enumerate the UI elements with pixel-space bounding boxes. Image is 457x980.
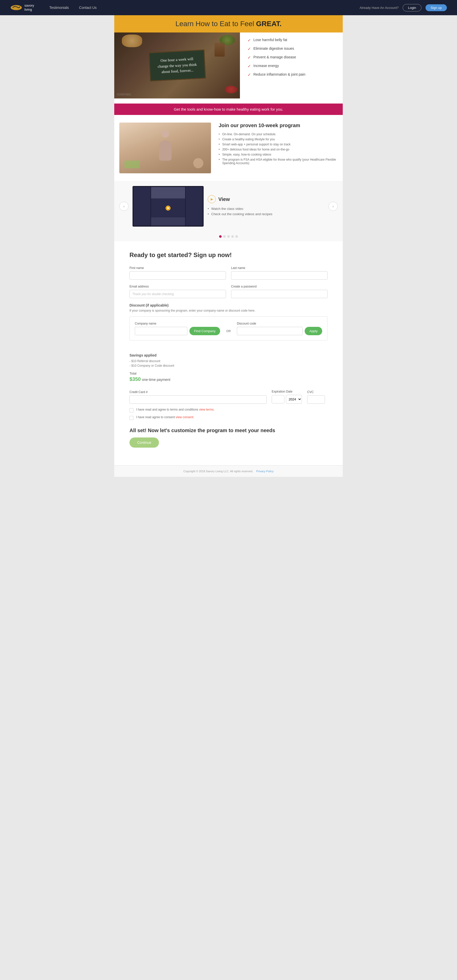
last-name-label: Last name (231, 266, 328, 270)
dot-3[interactable] (227, 235, 230, 238)
dot-4[interactable] (231, 235, 234, 238)
list-item: 200+ delicious food ideas for home and o… (218, 148, 338, 151)
terms-checkbox[interactable] (129, 408, 134, 412)
discount-code-group: Discount code Apply (237, 322, 322, 335)
view-item: Watch the class video (208, 207, 325, 211)
view-label: ▶ View (208, 195, 325, 203)
nav-contact-us[interactable]: Contact Us (79, 6, 97, 10)
first-name-group: First name (129, 266, 226, 280)
carousel-section: ‹ (114, 181, 343, 232)
login-button[interactable]: Login (403, 4, 422, 11)
discount-desc: If your company is sponsoring the progra… (129, 309, 328, 312)
consent-link[interactable]: view consent. (176, 415, 194, 419)
list-item: Smart web-app + personal support to stay… (218, 143, 338, 146)
privacy-policy-link[interactable]: Privacy Policy (256, 470, 274, 473)
list-item: Simple, easy, how-to cooking videos (218, 153, 338, 156)
program-image (119, 123, 211, 173)
credit-card-input[interactable] (129, 395, 267, 404)
program-section: Join our proven 10-week program On-line.… (114, 115, 343, 181)
navbar-links: Testimonials Contact Us (49, 6, 360, 10)
name-row: First name Last name (129, 266, 328, 280)
consent-row: I have read agree to consent view consen… (129, 415, 328, 420)
svg-point-0 (11, 5, 22, 10)
already-account-text: Already Have An Account? (360, 6, 399, 10)
discount-title: Discount (if applicable) (129, 303, 328, 307)
company-name-input[interactable] (135, 327, 187, 335)
total-suffix: one-time payment (142, 378, 170, 382)
discount-box: Company name Find Company OR Discount co… (129, 317, 328, 340)
password-input[interactable] (231, 290, 328, 298)
savings-title: Savings applied (129, 353, 328, 357)
hero-section: One hour a week will change the way you … (114, 32, 343, 103)
navbar-right: Already Have An Account? Login Sign up (360, 4, 447, 11)
feature-1: ✓ Lose harmful belly fat (248, 38, 335, 43)
carousel-content: ▶ View Watch the class video Check out t… (208, 195, 325, 218)
check-icon-5: ✓ (248, 72, 251, 77)
consent-text: I have read agree to consent view consen… (136, 415, 194, 419)
terms-link[interactable]: view terms. (199, 408, 215, 411)
feature-2: ✓ Eliminate digestive issues (248, 46, 335, 51)
hero-banner: Learn How to Eat to Feel GREAT. (114, 15, 343, 32)
carousel-dots (114, 232, 343, 241)
total-price-row: $350 one-time payment (129, 376, 328, 382)
expiration-group: Expiration Date 2024 2025 2026 (272, 390, 302, 404)
check-icon-1: ✓ (248, 38, 251, 43)
terms-row: I have read and agree to terms and condi… (129, 408, 328, 412)
list-item: Create a healthy eating lifestyle for yo… (218, 138, 338, 141)
password-label: Create a password (231, 285, 328, 288)
view-list: Watch the class video Check out the cook… (208, 207, 325, 216)
or-label: OR (224, 324, 233, 333)
cvc-group: CVC (307, 390, 328, 404)
savings-section: Savings applied - $10 Referral discount … (129, 348, 328, 382)
dot-2[interactable] (223, 235, 226, 238)
email-row: Email address Create a password (129, 285, 328, 298)
cvc-input[interactable] (307, 395, 325, 404)
footer: Copyright © 2018 Savory Living LLC. All … (114, 465, 343, 477)
logo: savory living (10, 3, 34, 12)
list-item: The program is FSA and HSA eligible for … (218, 158, 338, 165)
discount-code-label: Discount code (237, 322, 322, 325)
check-icon-2: ✓ (248, 46, 251, 51)
hero-features: ✓ Lose harmful belly fat ✓ Eliminate dig… (240, 32, 343, 103)
first-name-input[interactable] (129, 271, 226, 280)
credit-card-label: Credit Card # (129, 390, 267, 394)
savings-item-1: - $10 Referral discount (129, 359, 328, 363)
feature-3: ✓ Prevent & manage disease (248, 55, 335, 60)
savings-item-2: - $10 Company or Code discount (129, 364, 328, 368)
dot-1[interactable] (219, 235, 221, 238)
customize-section: All set! Now let's customize the program… (129, 428, 328, 455)
discount-code-input[interactable] (237, 327, 303, 335)
total-label: Total (129, 372, 328, 375)
last-name-input[interactable] (231, 271, 328, 280)
credit-card-group: Credit Card # (129, 390, 267, 404)
cvc-label: CVC (307, 390, 328, 394)
consent-checkbox[interactable] (129, 416, 134, 420)
carousel-prev-button[interactable]: ‹ (119, 202, 129, 211)
hero-image: One hour a week will change the way you … (114, 32, 240, 103)
apply-button[interactable]: Apply (305, 327, 322, 335)
customize-title: All set! Now let's customize the program… (129, 428, 328, 433)
hero-title: Learn How to Eat to Feel GREAT. (119, 20, 338, 28)
find-company-button[interactable]: Find Company (189, 327, 220, 335)
logo-icon (10, 3, 22, 12)
last-name-group: Last name (231, 266, 328, 280)
dot-5[interactable] (236, 235, 238, 238)
navbar: savory living Testimonials Contact Us Al… (0, 0, 457, 15)
continue-button[interactable]: Continue (129, 438, 159, 448)
nav-testimonials[interactable]: Testimonials (49, 6, 69, 10)
company-name-label: Company name (135, 322, 220, 325)
check-icon-3: ✓ (248, 55, 251, 60)
program-list: On-line. On-demand. On your schedule. Cr… (218, 132, 338, 165)
expiry-month-input[interactable] (272, 395, 284, 404)
carousel-image (132, 186, 204, 227)
email-label: Email address (129, 285, 226, 288)
email-input[interactable] (129, 290, 226, 298)
email-group: Email address (129, 285, 226, 298)
expiry-year-select[interactable]: 2024 2025 2026 (286, 395, 302, 404)
expiration-label: Expiration Date (272, 390, 302, 393)
logo-text: savory living (24, 3, 34, 11)
signup-button[interactable]: Sign up (425, 4, 447, 11)
play-button[interactable]: ▶ (208, 195, 216, 203)
carousel-next-button[interactable]: › (328, 202, 338, 211)
feature-4: ✓ Increase energy (248, 64, 335, 68)
